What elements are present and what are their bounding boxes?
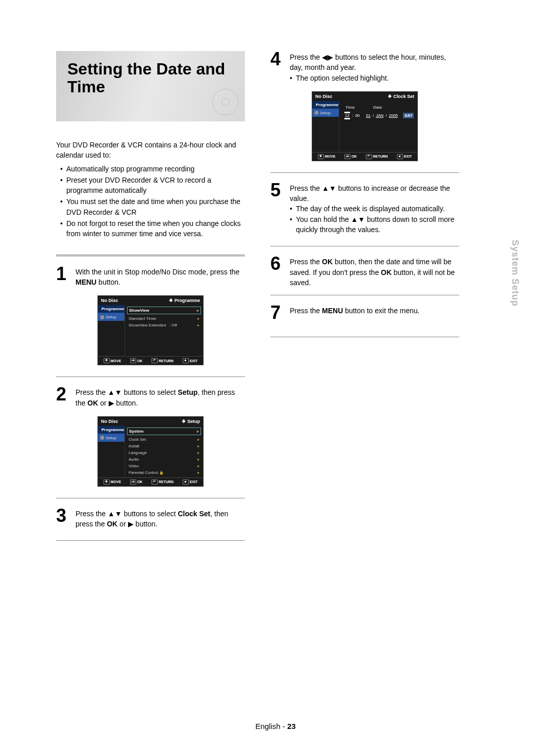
exit-icon: ■ — [397, 154, 403, 159]
osd-sidebar: Programme Setup — [312, 101, 339, 152]
step-6: 6 Press the OK button, then the date and… — [270, 256, 459, 288]
minute-field[interactable]: 00 — [355, 113, 360, 118]
osd-programme-menu: No Disc ❖ Programme Programme Setup Show… — [97, 295, 204, 365]
chevron-right-icon: ▸ — [197, 316, 199, 321]
step-body: Press the ▲▼ buttons to select Setup, th… — [76, 386, 245, 408]
osd-nodisc: No Disc — [101, 419, 118, 424]
intro-text: Your DVD Recorder & VCR contains a 24-ho… — [56, 140, 245, 161]
sidebar-item-programme[interactable]: Programme — [98, 426, 124, 434]
step-3: 3 Press the ▲▼ buttons to select Clock S… — [56, 508, 245, 530]
osd-sidebar: Programme Setup — [98, 305, 125, 356]
step-body: Press the MENU button to exit the menu. — [290, 305, 459, 321]
right-column: 4 Press the ◀▶ buttons to select the hou… — [270, 51, 459, 550]
chevron-right-icon: ▸ — [197, 437, 199, 442]
exit-icon: ■ — [183, 480, 189, 485]
step-body: Press the ▲▼ buttons to select Clock Set… — [76, 508, 245, 530]
sidebar-item-setup[interactable]: Setup — [98, 434, 124, 442]
year-field[interactable]: 2005 — [389, 113, 398, 118]
osd-clock-set: No Disc ❖ Clock Set Programme Setup Time… — [312, 91, 418, 161]
osd-footer: ✥MOVE okOK ↶RETURN ■EXIT — [312, 152, 417, 161]
osd-main-panel: System▸ Clock Set▸ Install▸ Language▸ Au… — [125, 426, 203, 477]
bullet-3: You must set the date and time when you … — [66, 196, 245, 217]
chevron-right-icon: ▸ — [197, 308, 199, 313]
day-field[interactable]: 01 — [366, 113, 371, 118]
bullet-2: Preset your DVD Recorder & VCR to record… — [66, 175, 245, 196]
clock-panel: Time Date 12: 00 01 / JAN / 2005 SAT — [339, 101, 418, 152]
step-number: 1 — [56, 266, 70, 288]
move-icon: ✥ — [104, 358, 110, 363]
move-icon: ✥ — [104, 480, 110, 485]
ok-icon: ok — [130, 358, 136, 363]
menu-row-system[interactable]: System▸ — [127, 427, 201, 435]
month-field[interactable]: JAN — [376, 113, 384, 118]
page-footer: English - 23 — [0, 722, 551, 730]
hour-field[interactable]: 12 — [344, 112, 350, 119]
osd-breadcrumb: Setup — [187, 419, 200, 424]
intro-bullets: •Automatically stop programme recording … — [60, 164, 245, 239]
step-number: 7 — [270, 305, 285, 321]
gear-icon — [100, 436, 104, 440]
osd-setup-menu: No Disc ❖ Setup Programme Setup System▸ … — [97, 416, 204, 487]
chevron-right-icon: ▸ — [197, 470, 199, 475]
menu-row-parental[interactable]: Parental Control 🔒▸ — [127, 469, 201, 476]
lock-icon: 🔒 — [159, 471, 164, 474]
section-side-label: System Setup — [510, 240, 520, 307]
menu-row-language[interactable]: Language▸ — [127, 449, 201, 456]
return-icon: ↶ — [152, 358, 158, 363]
gear-icon — [100, 315, 104, 319]
menu-row-audio[interactable]: Audio▸ — [127, 456, 201, 463]
step-number: 4 — [270, 51, 285, 83]
step-number: 6 — [270, 256, 285, 288]
step-number: 2 — [56, 386, 70, 408]
chevron-right-icon: ▸ — [197, 444, 199, 448]
move-icon: ✥ — [318, 154, 324, 159]
sidebar-item-programme[interactable]: Programme — [312, 101, 339, 109]
osd-main-panel: ShowView▸ Standard Timer▸ ShowView Exten… — [125, 305, 203, 356]
menu-row-install[interactable]: Install▸ — [127, 443, 201, 449]
osd-footer: ✥MOVE okOK ↶RETURN ■EXIT — [98, 356, 203, 365]
menu-row-showview-ext[interactable]: ShowView Extended : Off▸ — [127, 322, 201, 329]
chevron-right-icon: ▸ — [197, 450, 199, 455]
osd-footer: ✥MOVE okOK ↶RETURN ■EXIT — [98, 477, 203, 486]
dow-field: SAT — [403, 113, 414, 118]
menu-row-standard-timer[interactable]: Standard Timer▸ — [127, 315, 201, 322]
bullet-1: Automatically stop programme recording — [66, 164, 245, 174]
chevron-right-icon: ▸ — [197, 323, 199, 327]
osd-breadcrumb: Clock Set — [393, 94, 414, 99]
return-icon: ↶ — [366, 154, 372, 159]
gear-icon — [314, 111, 318, 115]
step-body: Press the OK button, then the date and t… — [290, 256, 459, 288]
step-1: 1 With the unit in Stop mode/No Disc mod… — [56, 266, 245, 288]
ok-icon: ok — [344, 154, 350, 159]
menu-row-showview[interactable]: ShowView▸ — [127, 307, 201, 314]
menu-row-clock-set[interactable]: Clock Set▸ — [127, 436, 201, 443]
ok-icon: ok — [130, 480, 136, 485]
step-number: 5 — [270, 182, 285, 235]
sidebar-item-setup[interactable]: Setup — [312, 109, 339, 117]
chevron-right-icon: ▸ — [197, 457, 199, 462]
time-label: Time — [345, 105, 355, 110]
exit-icon: ■ — [183, 358, 189, 363]
step-2: 2 Press the ▲▼ buttons to select Setup, … — [56, 386, 245, 408]
osd-sidebar: Programme Setup — [98, 426, 125, 477]
step-body: With the unit in Stop mode/No Disc mode,… — [76, 266, 245, 288]
step-body: Press the ◀▶ buttons to select the hour,… — [290, 51, 459, 83]
sidebar-item-setup[interactable]: Setup — [98, 313, 124, 321]
step-7: 7 Press the MENU button to exit the menu… — [270, 305, 459, 321]
osd-nodisc: No Disc — [315, 94, 333, 99]
step-number: 3 — [56, 508, 70, 530]
page-title: Setting the Date and Time — [67, 60, 235, 96]
chevron-right-icon: ▸ — [197, 464, 199, 468]
osd-breadcrumb: Programme — [174, 298, 200, 303]
title-box: Setting the Date and Time — [56, 51, 245, 121]
disc-icon — [212, 89, 239, 115]
chevron-right-icon: ▸ — [197, 429, 199, 434]
osd-nodisc: No Disc — [101, 298, 118, 303]
step-4: 4 Press the ◀▶ buttons to select the hou… — [270, 51, 459, 83]
left-column: Setting the Date and Time Your DVD Recor… — [56, 51, 245, 550]
menu-row-video[interactable]: Video▸ — [127, 463, 201, 469]
sidebar-item-programme[interactable]: Programme — [98, 305, 124, 313]
step-5: 5 Press the ▲▼ buttons to increase or de… — [270, 182, 459, 235]
date-label: Date — [373, 105, 382, 110]
bullet-4: Do not forgot to reset the time when you… — [66, 218, 245, 239]
